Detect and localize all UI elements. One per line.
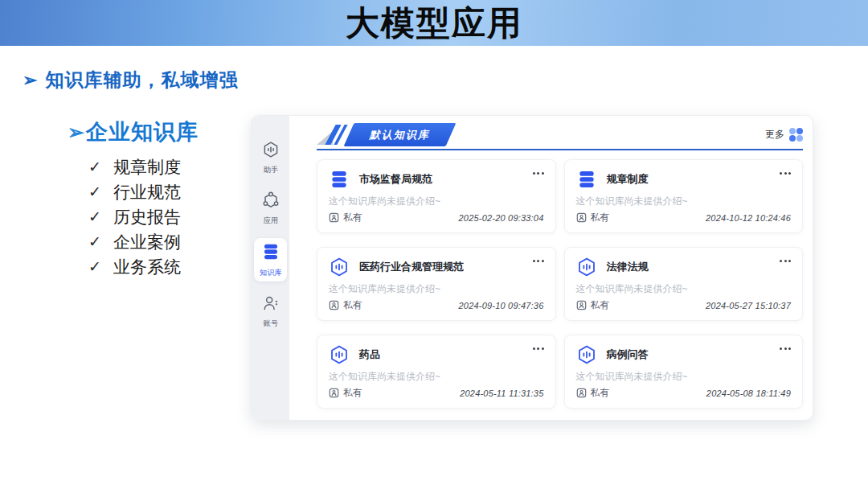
check-icon: ✓: [88, 204, 101, 229]
check-icon: ✓: [88, 254, 101, 279]
visibility-label: 私有: [591, 211, 610, 224]
bullet-arrow-icon: ➢: [23, 70, 37, 91]
visibility-label: 私有: [343, 211, 362, 224]
kb-block: ➢ 企业知识库 ✓ 规章制度 ✓ 行业规范 ✓ 历史报告 ✓ 企业案例 ✓ 业务…: [68, 117, 199, 279]
kb-card[interactable]: 规章制度 这个知识库尚未提供介绍~ 私有 2: [564, 159, 804, 233]
checklist-item: ✓ 历史报告: [88, 204, 199, 229]
visibility-badge: 私有: [329, 298, 362, 312]
kb-card-description: 这个知识库尚未提供介绍~: [576, 282, 792, 296]
kb-card-grid: 市场监督局规范 这个知识库尚未提供介绍~ 私有: [317, 159, 803, 409]
visibility-label: 私有: [591, 298, 610, 312]
checklist-item-label: 规章制度: [113, 154, 181, 179]
sidebar-item-label: 知识库: [260, 268, 282, 278]
hexagon-bars-icon: [576, 257, 597, 277]
private-icon: [576, 300, 587, 310]
private-icon: [329, 300, 339, 310]
card-timestamp: 2024-05-08 18:11:49: [706, 388, 791, 398]
check-icon: ✓: [88, 179, 101, 204]
header-divider: [317, 149, 803, 150]
database-icon: [329, 169, 350, 190]
kb-card-title: 医药行业合规管理规范: [359, 260, 464, 274]
card-timestamp: 2025-02-20 09:33:04: [459, 213, 544, 223]
checklist-item-label: 历史报告: [113, 204, 181, 229]
visibility-badge: 私有: [329, 386, 362, 400]
sidebar-item-label: 应用: [263, 216, 277, 226]
kb-checklist: ✓ 规章制度 ✓ 行业规范 ✓ 历史报告 ✓ 企业案例 ✓ 业务系统: [88, 154, 199, 279]
assistant-hexagon-bars-icon: [262, 141, 280, 162]
checklist-item: ✓ 业务系统: [88, 254, 199, 279]
title-banner: 大模型应用: [0, 0, 868, 46]
more-button[interactable]: 更多: [765, 128, 803, 142]
kb-card-description: 这个知识库尚未提供介绍~: [329, 282, 544, 296]
hexagon-bars-icon: [329, 257, 350, 277]
clover-dots-icon: [789, 128, 803, 142]
card-timestamp: 2024-05-11 11:31:35: [460, 388, 543, 398]
apps-molecule-icon: [262, 191, 280, 212]
visibility-badge: 私有: [329, 211, 362, 224]
kb-card-description: 这个知识库尚未提供介绍~: [576, 370, 792, 384]
card-more-icon[interactable]: [526, 257, 544, 269]
sidebar-item-label: 账号: [263, 318, 277, 329]
checklist-item: ✓ 行业规范: [88, 179, 199, 204]
kb-card[interactable]: 病例问答 这个知识库尚未提供介绍~ 私有 2: [564, 335, 804, 409]
section-ribbon: 默认知识库: [317, 122, 451, 146]
kb-heading-text: 企业知识库: [86, 117, 199, 146]
private-icon: [576, 388, 587, 398]
card-more-icon[interactable]: [773, 169, 791, 181]
checklist-item-label: 企业案例: [113, 229, 181, 254]
kb-card-title: 规章制度: [607, 172, 649, 187]
kb-card-title: 药品: [359, 347, 380, 362]
sidebar-item-account[interactable]: 账号: [254, 290, 287, 332]
sidebar-item-label: 助手: [263, 165, 277, 175]
card-more-icon[interactable]: [526, 344, 544, 356]
private-icon: [329, 212, 339, 223]
card-more-icon[interactable]: [526, 169, 544, 181]
kb-card[interactable]: 市场监督局规范 这个知识库尚未提供介绍~ 私有: [317, 159, 556, 233]
card-more-icon[interactable]: [773, 344, 791, 356]
kb-card-title: 法律法规: [607, 260, 649, 274]
hexagon-bars-icon: [329, 344, 350, 365]
sidebar-item-knowledge-base[interactable]: 知识库: [254, 238, 287, 281]
kb-card-title: 病例问答: [607, 347, 649, 362]
kb-heading: ➢ 企业知识库: [68, 117, 199, 146]
kb-card[interactable]: 法律法规 这个知识库尚未提供介绍~ 私有 2: [564, 247, 804, 321]
check-icon: ✓: [88, 229, 101, 254]
card-more-icon[interactable]: [773, 257, 791, 269]
database-icon: [576, 169, 597, 190]
kb-card[interactable]: 药品 这个知识库尚未提供介绍~ 私有 202: [317, 335, 556, 409]
kb-card[interactable]: 医药行业合规管理规范 这个知识库尚未提供介绍~ 私有: [317, 247, 556, 321]
sidebar-item-apps[interactable]: 应用: [254, 187, 287, 229]
checklist-item-label: 业务系统: [113, 254, 181, 279]
visibility-badge: 私有: [576, 298, 610, 312]
visibility-label: 私有: [343, 386, 362, 400]
hexagon-bars-icon: [576, 344, 597, 365]
bullet-arrow-icon: ➢: [68, 121, 84, 144]
card-timestamp: 2024-05-27 15:10:37: [706, 301, 791, 310]
visibility-label: 私有: [343, 298, 362, 312]
knowledge-base-app-window: 助手 应用: [251, 115, 813, 421]
account-person-icon: [262, 294, 280, 315]
check-icon: ✓: [88, 154, 101, 179]
lead-heading-text: 知识库辅助，私域增强: [45, 68, 238, 92]
app-main: 默认知识库 更多: [289, 116, 813, 420]
kb-card-description: 这个知识库尚未提供介绍~: [576, 195, 792, 208]
card-timestamp: 2024-10-12 10:24:46: [706, 213, 791, 223]
kb-card-title: 市场监督局规范: [359, 172, 432, 187]
app-sidebar: 助手 应用: [252, 116, 289, 420]
lead-heading: ➢ 知识库辅助，私域增强: [23, 68, 238, 92]
slide-title: 大模型应用: [0, 0, 868, 46]
checklist-item: ✓ 企业案例: [88, 229, 199, 254]
kb-card-description: 这个知识库尚未提供介绍~: [329, 195, 544, 208]
private-icon: [329, 388, 339, 398]
checklist-item-label: 行业规范: [113, 179, 181, 204]
visibility-badge: 私有: [576, 386, 610, 400]
more-label: 更多: [765, 128, 784, 142]
app-header: 默认知识库 更多: [317, 122, 803, 146]
visibility-badge: 私有: [576, 211, 610, 224]
private-icon: [576, 212, 587, 223]
sidebar-item-assistant[interactable]: 助手: [254, 137, 287, 179]
section-title: 默认知识库: [370, 128, 430, 142]
presentation-slide: 大模型应用 ➢ 知识库辅助，私域增强 ➢ 企业知识库 ✓ 规章制度 ✓ 行业规范…: [0, 0, 868, 489]
visibility-label: 私有: [591, 386, 610, 400]
ribbon-banner: 默认知识库: [344, 123, 457, 146]
